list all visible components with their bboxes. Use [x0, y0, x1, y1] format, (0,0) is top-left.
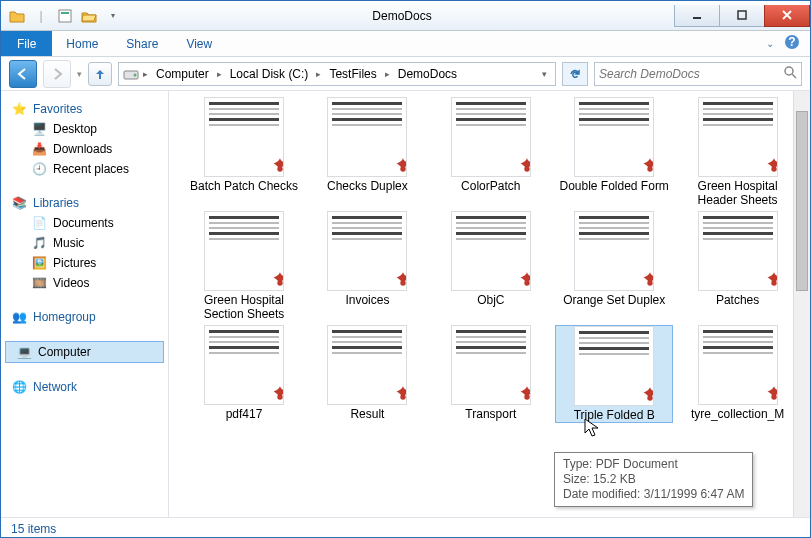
search-input[interactable]	[599, 67, 783, 81]
file-thumbnail	[451, 325, 531, 405]
svg-point-14	[771, 166, 776, 171]
file-item[interactable]: Patches	[679, 211, 797, 321]
nav-pictures[interactable]: 🖼️Pictures	[1, 253, 168, 273]
svg-point-16	[401, 280, 406, 285]
history-dropdown-icon[interactable]: ▾	[77, 69, 82, 79]
crumb-computer[interactable]: Computer	[152, 65, 213, 83]
item-count: 15 items	[11, 522, 56, 536]
file-item[interactable]: Result	[308, 325, 426, 423]
forward-button[interactable]	[43, 60, 71, 88]
close-button[interactable]	[764, 5, 810, 27]
chevron-right-icon[interactable]: ▸	[314, 69, 323, 79]
nav-favorites[interactable]: ⭐Favorites	[1, 99, 168, 119]
computer-icon: 💻	[16, 344, 32, 360]
file-thumbnail	[327, 325, 407, 405]
svg-line-9	[792, 74, 796, 78]
nav-network[interactable]: 🌐Network	[1, 377, 168, 397]
file-item[interactable]: Batch Patch Checks	[185, 97, 303, 207]
svg-rect-0	[59, 10, 71, 22]
nav-recent[interactable]: 🕘Recent places	[1, 159, 168, 179]
file-thumbnail	[451, 211, 531, 291]
ribbon-expand-icon[interactable]: ⌄	[766, 38, 774, 49]
nav-downloads[interactable]: 📥Downloads	[1, 139, 168, 159]
file-thumbnail	[574, 97, 654, 177]
file-item[interactable]: Triple Folded B	[555, 325, 673, 423]
open-folder-icon[interactable]	[79, 6, 99, 26]
file-item[interactable]: Orange Set Duplex	[555, 211, 673, 321]
crumb-folder2[interactable]: DemoDocs	[394, 65, 461, 83]
file-item[interactable]: Invoices	[308, 211, 426, 321]
file-name: Result	[350, 407, 384, 421]
svg-point-7	[134, 73, 137, 76]
nav-computer[interactable]: 💻Computer	[5, 341, 164, 363]
file-item[interactable]: Transport	[432, 325, 550, 423]
svg-point-17	[524, 280, 529, 285]
search-box[interactable]	[594, 62, 802, 86]
scrollbar[interactable]	[793, 91, 810, 517]
videos-icon: 🎞️	[31, 275, 47, 291]
svg-point-8	[785, 67, 793, 75]
chevron-right-icon[interactable]: ▸	[141, 69, 150, 79]
file-item[interactable]: tyre_collection_M	[679, 325, 797, 423]
maximize-button[interactable]	[719, 5, 765, 27]
file-thumbnail	[451, 97, 531, 177]
file-item[interactable]: ObjC	[432, 211, 550, 321]
back-button[interactable]	[9, 60, 37, 88]
ribbon: File Home Share View ⌄ ?	[1, 31, 810, 57]
desktop-icon: 🖥️	[31, 121, 47, 137]
qat-dropdown-icon[interactable]: ▾	[103, 6, 123, 26]
tab-view[interactable]: View	[172, 31, 226, 56]
file-item[interactable]: Green Hospital Header Sheets	[679, 97, 797, 207]
homegroup-icon: 👥	[11, 309, 27, 325]
file-name: ObjC	[477, 293, 504, 307]
file-item[interactable]: ColorPatch	[432, 97, 550, 207]
svg-point-15	[277, 280, 282, 285]
minimize-button[interactable]	[674, 5, 720, 27]
svg-text:?: ?	[788, 35, 795, 49]
up-button[interactable]	[88, 62, 112, 86]
drive-icon	[123, 66, 139, 82]
search-icon[interactable]	[783, 65, 797, 82]
crumb-folder1[interactable]: TestFiles	[325, 65, 380, 83]
star-icon: ⭐	[11, 101, 27, 117]
properties-icon[interactable]	[55, 6, 75, 26]
file-item[interactable]: Checks Duplex	[308, 97, 426, 207]
file-thumbnail	[204, 97, 284, 177]
file-tab[interactable]: File	[1, 31, 52, 56]
qat-separator-icon: |	[31, 6, 51, 26]
tab-share[interactable]: Share	[112, 31, 172, 56]
file-item[interactable]: Double Folded Form	[555, 97, 673, 207]
window-buttons	[675, 5, 810, 27]
chevron-right-icon[interactable]: ▸	[215, 69, 224, 79]
help-icon[interactable]: ?	[784, 34, 800, 53]
nav-videos[interactable]: 🎞️Videos	[1, 273, 168, 293]
file-thumbnail	[327, 97, 407, 177]
scroll-thumb[interactable]	[796, 111, 808, 291]
chevron-right-icon[interactable]: ▸	[383, 69, 392, 79]
nav-libraries[interactable]: 📚Libraries	[1, 193, 168, 213]
svg-point-12	[524, 166, 529, 171]
breadcrumb-dropdown-icon[interactable]: ▾	[542, 69, 551, 79]
file-item[interactable]: pdf417	[185, 325, 303, 423]
file-thumbnail	[574, 211, 654, 291]
file-name: Transport	[465, 407, 516, 421]
tab-home[interactable]: Home	[52, 31, 112, 56]
breadcrumb[interactable]: ▸ Computer ▸ Local Disk (C:) ▸ TestFiles…	[118, 62, 556, 86]
nav-music[interactable]: 🎵Music	[1, 233, 168, 253]
tooltip: Type: PDF Document Size: 15.2 KB Date mo…	[554, 452, 753, 507]
recent-icon: 🕘	[31, 161, 47, 177]
file-item[interactable]: Green Hospital Section Sheets	[185, 211, 303, 321]
folder-icon[interactable]	[7, 6, 27, 26]
file-name: Patches	[716, 293, 759, 307]
svg-rect-1	[61, 12, 69, 14]
libraries-icon: 📚	[11, 195, 27, 211]
nav-desktop[interactable]: 🖥️Desktop	[1, 119, 168, 139]
pictures-icon: 🖼️	[31, 255, 47, 271]
qat: | ▾	[1, 6, 129, 26]
nav-homegroup[interactable]: 👥Homegroup	[1, 307, 168, 327]
crumb-drive[interactable]: Local Disk (C:)	[226, 65, 313, 83]
refresh-button[interactable]	[562, 62, 588, 86]
documents-icon: 📄	[31, 215, 47, 231]
file-name: pdf417	[226, 407, 263, 421]
nav-documents[interactable]: 📄Documents	[1, 213, 168, 233]
